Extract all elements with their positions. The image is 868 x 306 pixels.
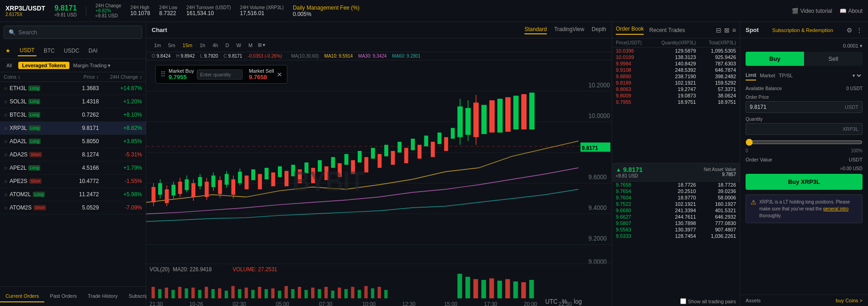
tf-4h[interactable]: 4h: [210, 42, 220, 49]
list-item[interactable]: ☆ ETH3L Long 1.3683 +14.87%: [0, 82, 146, 95]
tab-order-book[interactable]: Order Book: [616, 26, 644, 35]
tp-icons: ⚙ ⋮: [847, 27, 863, 34]
ob-price: 9.8009: [616, 93, 656, 98]
coin-symbol: ☆ ETH3L Long: [4, 85, 56, 91]
ohlc-l: L9.7920: [200, 54, 218, 59]
tab-favorites[interactable]: ★: [4, 46, 12, 56]
buy-button[interactable]: Buy: [746, 52, 804, 66]
indicator-btn[interactable]: ⊞ ▾: [258, 42, 265, 48]
video-tutorial-link[interactable]: 🎬 Video tutorial: [792, 8, 832, 14]
chart-svg: 10.2000 10.0000 9.8000 9.6000 9.4000 9.2…: [146, 60, 612, 306]
table-row[interactable]: 10.0396 129.5879 1,095.5305: [612, 48, 740, 54]
tab-trade-history[interactable]: Trade History: [82, 290, 123, 302]
table-row[interactable]: 9.7658 18.7726 18.7726: [612, 182, 740, 188]
balance-label: Available Balance 0 USDT: [746, 86, 863, 91]
tab-recent-trades[interactable]: Recent Trades: [649, 27, 685, 33]
col-header-coins[interactable]: Coins ↕: [4, 74, 56, 80]
list-item[interactable]: ☆ ADA2S Short 8.1274 -5.31%: [0, 148, 146, 161]
table-row[interactable]: 9.7955 18.9751 18.9751: [612, 99, 740, 105]
ob-total: 925.9426: [696, 54, 736, 60]
quantity-input[interactable]: [197, 70, 243, 80]
ob-icon-1[interactable]: ⊟: [716, 27, 721, 34]
chart-body: ⠿ Market Buy 9.7955 Market Sell 9.7658 ✕: [146, 60, 612, 306]
tab-past-orders[interactable]: Past Orders: [44, 290, 82, 302]
tf-m[interactable]: M: [246, 42, 255, 49]
table-row[interactable]: 9.8063 19.2747 57.3371: [612, 86, 740, 92]
list-item[interactable]: ☆ APE2L Long 4.5166 +1.79%: [0, 161, 146, 175]
filter-leveraged[interactable]: Leveraged Tokens: [18, 62, 69, 69]
table-row[interactable]: 9.7522 102.1921 160.1927: [612, 201, 740, 207]
table-row[interactable]: 9.7654 20.2510 39.0236: [612, 188, 740, 194]
about-link[interactable]: 📖 About: [840, 8, 863, 14]
table-row[interactable]: 9.8890 238.7190 398.2482: [612, 73, 740, 80]
drag-handle[interactable]: ⠿: [160, 70, 166, 79]
tab-dai[interactable]: DAI: [87, 46, 100, 56]
order-slider[interactable]: [746, 139, 863, 146]
quantity-unit: XRP3L: [842, 126, 858, 132]
ob-sell-list: 10.0396 129.5879 1,095.5305 10.0199 138.…: [612, 48, 740, 163]
tf-1m[interactable]: 1m: [152, 42, 163, 49]
tf-w[interactable]: W: [234, 42, 243, 49]
net-asset: Net Asset Value 9.7857: [704, 167, 736, 177]
list-item[interactable]: ☆ XRP3L Long 9.8171 +8.82%: [0, 122, 146, 135]
tab-standard[interactable]: Standard: [524, 26, 547, 34]
tf-5m[interactable]: 5m: [166, 42, 177, 49]
list-item[interactable]: ☆ SOL3L Long 1.4318 +1.20%: [0, 95, 146, 108]
table-row[interactable]: 9.5333 128.7454 1,036.2261: [612, 233, 740, 239]
table-row[interactable]: 9.6680 241.3394 401.5321: [612, 207, 740, 214]
more-icon[interactable]: ⋮: [856, 27, 863, 34]
buy-coins-link[interactable]: buy Coins >: [836, 298, 863, 303]
svg-rect-65: [397, 142, 402, 152]
coin-list: ☆ ETH3L Long 1.3683 +14.87% ☆ SOL3L Long…: [0, 82, 146, 286]
tab-usdc[interactable]: USDC: [62, 46, 81, 56]
tf-d[interactable]: D: [223, 42, 231, 49]
table-row[interactable]: 9.8009 19.0873 38.0624: [612, 92, 740, 99]
buy-xrp-button[interactable]: Buy XRP3L: [746, 174, 863, 190]
table-row[interactable]: 9.9108 248.5392 646.7874: [612, 67, 740, 73]
order-price-input[interactable]: [750, 104, 845, 110]
close-icon[interactable]: ✕: [277, 71, 282, 78]
list-item[interactable]: ☆ ADA2L Long 5.8050 +3.85%: [0, 135, 146, 148]
ob-icon-2[interactable]: ⊠: [724, 27, 730, 34]
table-row[interactable]: 9.8189 102.1921 159.5292: [612, 80, 740, 86]
tab-limit[interactable]: Limit: [746, 70, 756, 81]
general-intro-link[interactable]: general intro: [823, 206, 849, 211]
col-header-change[interactable]: 24H Change ↕: [99, 74, 142, 80]
tab-usdt[interactable]: USDT: [18, 45, 37, 56]
tf-15m[interactable]: 15m: [180, 42, 195, 49]
market-buy-price: 9.7955: [169, 74, 194, 81]
main-layout: 🔍 ★ USDT BTC USDC DAI All Leveraged Toke…: [0, 22, 868, 306]
tab-tradingview[interactable]: TradingView: [554, 26, 584, 34]
ob-icon-3[interactable]: ≡: [732, 27, 736, 34]
filter-all[interactable]: All: [4, 62, 15, 69]
tab-btc[interactable]: BTC: [42, 46, 57, 56]
svg-rect-97: [165, 288, 168, 298]
tab-current-orders[interactable]: Current Orders: [0, 290, 44, 302]
order-type-dropdown[interactable]: ▾: [851, 72, 863, 79]
search-input[interactable]: [18, 29, 137, 36]
ticker-info: XRP3L/USDT 2.6175X: [5, 5, 45, 17]
tab-depth[interactable]: Depth: [592, 26, 606, 34]
table-row[interactable]: 9.7604 18.9770 58.0006: [612, 194, 740, 201]
tf-1h[interactable]: 1h: [197, 42, 207, 49]
subscription-redemption-link[interactable]: Subscription & Redemption: [772, 27, 833, 33]
table-row[interactable]: 10.0199 138.3123 925.9426: [612, 54, 740, 60]
tab-market[interactable]: Market: [760, 71, 775, 80]
show-all-checkbox[interactable]: [680, 298, 686, 304]
ob-total: 57.3371: [696, 86, 736, 92]
list-item[interactable]: ☆ ATOM2L Long 11.2472 +5.98%: [0, 188, 146, 201]
list-item[interactable]: ☆ ATOM2S Short 5.0529 -7.09%: [0, 201, 146, 215]
list-item[interactable]: ☆ APE2S Short 10.4772 -1.55%: [0, 175, 146, 188]
svg-rect-101: [191, 288, 195, 298]
settings-icon[interactable]: ⚙: [847, 27, 852, 34]
tab-tpsl[interactable]: TP/SL: [779, 71, 793, 80]
sell-button[interactable]: Sell: [804, 52, 863, 66]
table-row[interactable]: 9.5563 130.3977 907.4807: [612, 226, 740, 233]
table-row[interactable]: 9.6627 244.7611 646.2932: [612, 214, 740, 220]
table-row[interactable]: 9.5807 130.7898 777.0830: [612, 220, 740, 226]
col-header-price[interactable]: Price ↕: [56, 74, 99, 80]
filter-margin[interactable]: Margin Trading ▾: [73, 63, 111, 69]
quantity-field[interactable]: [750, 126, 842, 132]
table-row[interactable]: 9.9984 140.8429 787.6303: [612, 60, 740, 67]
list-item[interactable]: ☆ BTC3L Long 0.7262 +8.10%: [0, 108, 146, 122]
